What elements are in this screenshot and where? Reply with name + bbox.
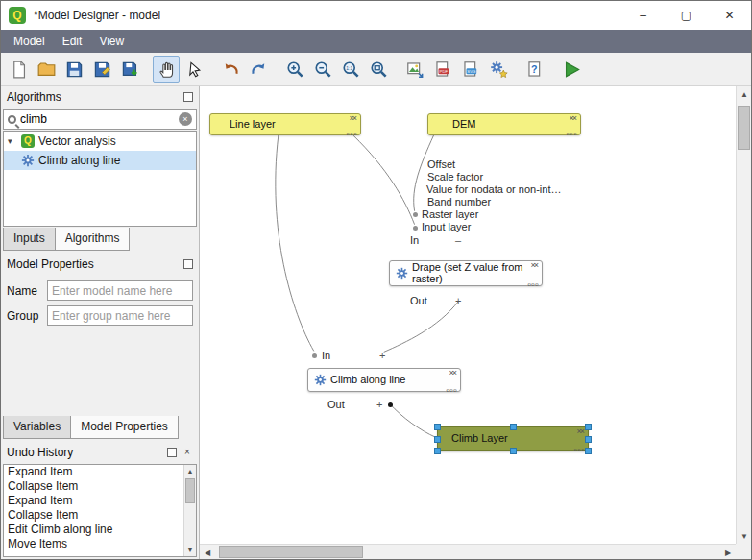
titlebar[interactable]: *Model Designer - model – ▢ ✕ xyxy=(1,1,751,30)
menubar: Model Edit View xyxy=(1,30,751,53)
export-as-script-button[interactable] xyxy=(485,56,512,83)
new-model-button[interactable] xyxy=(5,56,32,83)
node-label: Climb along line xyxy=(330,375,405,386)
selection-handle[interactable] xyxy=(585,436,592,443)
undo-item[interactable]: Expand Item xyxy=(4,465,196,479)
collapse-node-icon[interactable] xyxy=(449,368,457,377)
scroll-thumb[interactable] xyxy=(219,546,363,558)
search-input[interactable] xyxy=(20,112,175,126)
zoom-full-button[interactable] xyxy=(365,56,392,83)
selection-handle[interactable] xyxy=(510,448,517,454)
selection-handle[interactable] xyxy=(585,424,592,430)
connection-line-layer-to-climb[interactable] xyxy=(276,135,314,352)
selection-handle[interactable] xyxy=(434,436,441,443)
undo-scrollbar[interactable] xyxy=(183,465,196,556)
export-pdf-icon: PDF xyxy=(434,61,452,79)
scroll-thumb[interactable] xyxy=(185,478,195,503)
tab-variables[interactable]: Variables xyxy=(3,416,71,439)
collapse-node-icon[interactable] xyxy=(569,113,577,123)
expand-outputs-button[interactable]: + xyxy=(376,399,382,410)
scroll-down-icon[interactable] xyxy=(737,528,752,544)
float-panel-icon[interactable] xyxy=(183,259,193,269)
collapse-node-icon[interactable] xyxy=(576,426,585,436)
scroll-track[interactable] xyxy=(737,102,751,528)
comment-dots-icon[interactable] xyxy=(527,281,539,287)
scroll-down-icon[interactable] xyxy=(184,544,196,556)
float-panel-icon[interactable] xyxy=(183,92,193,102)
close-panel-icon[interactable] xyxy=(182,447,193,458)
qgis-logo-icon xyxy=(9,7,26,24)
input-port-dot[interactable] xyxy=(413,226,418,231)
save-model-button[interactable] xyxy=(61,56,87,83)
run-model-button[interactable] xyxy=(558,56,585,83)
expand-params-button[interactable]: + xyxy=(379,350,385,361)
menu-edit[interactable]: Edit xyxy=(54,32,91,51)
node-line-layer[interactable]: Line layer xyxy=(209,113,361,135)
close-button[interactable]: ✕ xyxy=(708,1,751,30)
canvas-vertical-scrollbar[interactable] xyxy=(736,86,751,544)
save-model-as-button[interactable] xyxy=(88,56,115,83)
float-panel-icon[interactable] xyxy=(167,448,177,457)
undo-button[interactable] xyxy=(217,56,244,83)
collapse-node-icon[interactable] xyxy=(349,113,357,123)
scroll-up-icon[interactable] xyxy=(184,465,196,477)
input-port-dot[interactable] xyxy=(413,212,418,217)
connection-line-layer-to-drape[interactable] xyxy=(353,135,415,225)
comment-dots-icon[interactable] xyxy=(346,131,357,136)
menu-model[interactable]: Model xyxy=(5,32,54,51)
tree-group-vector-analysis[interactable]: Vector analysis xyxy=(4,132,196,151)
node-climb-layer[interactable]: Climb Layer xyxy=(437,426,589,451)
undo-item[interactable]: Collapse Item xyxy=(4,508,196,523)
menu-view[interactable]: View xyxy=(90,32,133,51)
export-as-pdf-button[interactable]: PDF xyxy=(429,56,456,83)
input-port-dot[interactable] xyxy=(312,353,317,358)
collapse-node-icon[interactable] xyxy=(530,260,539,270)
select-items-button[interactable] xyxy=(181,56,207,83)
node-drape[interactable]: Drape (set Z value from raster) xyxy=(389,260,543,286)
node-climb-along-line[interactable]: Climb along line xyxy=(307,368,461,392)
comment-dots-icon[interactable] xyxy=(566,131,577,136)
canvas-horizontal-scrollbar[interactable] xyxy=(200,544,736,559)
scroll-track[interactable] xyxy=(215,545,720,559)
export-as-image-button[interactable] xyxy=(401,56,428,83)
scroll-left-icon[interactable] xyxy=(200,545,215,560)
tab-algorithms[interactable]: Algorithms xyxy=(55,228,131,251)
scroll-right-icon[interactable] xyxy=(720,545,736,560)
edit-model-help-button[interactable]: ? xyxy=(522,56,548,83)
undo-item[interactable]: Expand Item xyxy=(4,494,196,508)
scroll-thumb[interactable] xyxy=(738,106,750,150)
collapse-params-button[interactable]: – xyxy=(455,234,461,246)
output-port-dot[interactable] xyxy=(388,402,393,407)
pan-button[interactable] xyxy=(153,56,180,83)
selection-handle[interactable] xyxy=(510,424,517,430)
clear-search-icon[interactable] xyxy=(179,112,192,126)
connection-drape-to-climb[interactable] xyxy=(384,302,459,353)
model-canvas[interactable]: Line layer DEM Offset Scale factor Value… xyxy=(200,86,736,544)
scroll-up-icon[interactable] xyxy=(737,86,752,102)
tab-inputs[interactable]: Inputs xyxy=(3,228,56,251)
connection-climb-to-output[interactable] xyxy=(390,403,436,437)
maximize-button[interactable]: ▢ xyxy=(665,1,708,30)
selection-handle[interactable] xyxy=(585,448,592,454)
expand-outputs-button[interactable]: + xyxy=(455,295,461,306)
tree-item-climb-along-line[interactable]: Climb along line xyxy=(4,151,196,170)
undo-item[interactable]: Edit Climb along line xyxy=(4,523,196,537)
redo-button[interactable] xyxy=(245,56,272,83)
node-dem[interactable]: DEM xyxy=(427,113,581,135)
save-model-in-project-button[interactable] xyxy=(116,56,143,83)
selection-handle[interactable] xyxy=(434,448,441,454)
zoom-in-button[interactable] xyxy=(281,56,308,83)
zoom-actual-button[interactable]: 1:1 xyxy=(337,56,364,83)
zoom-out-button[interactable] xyxy=(309,56,336,83)
comment-dots-icon[interactable] xyxy=(573,447,585,452)
undo-item[interactable]: Move Items xyxy=(4,537,196,551)
selection-handle[interactable] xyxy=(434,424,441,430)
export-as-svg-button[interactable]: SVG xyxy=(457,56,484,83)
open-model-button[interactable] xyxy=(33,56,60,83)
tab-model-properties[interactable]: Model Properties xyxy=(70,416,179,439)
model-group-input[interactable] xyxy=(47,305,193,326)
undo-item[interactable]: Collapse Item xyxy=(4,479,196,494)
model-name-input[interactable] xyxy=(47,280,193,301)
minimize-button[interactable]: – xyxy=(621,1,665,30)
comment-dots-icon[interactable] xyxy=(446,387,457,393)
